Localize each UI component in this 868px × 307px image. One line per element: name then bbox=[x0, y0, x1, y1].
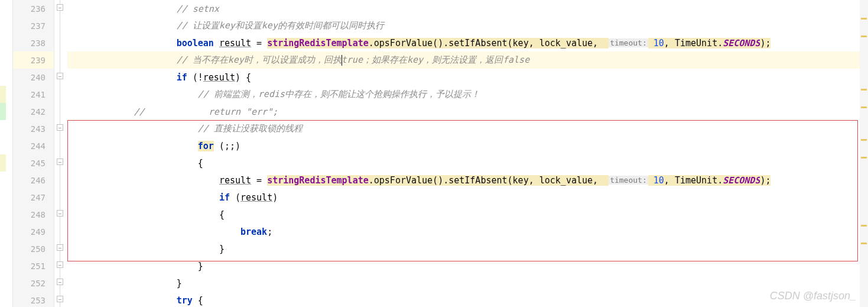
code-line: boolean result = stringRedisTemplate.ops… bbox=[67, 34, 868, 51]
code-line: // return "err"; bbox=[67, 103, 868, 120]
code-line: break; bbox=[67, 223, 868, 240]
code-line-current: // 当不存在key时，可以设置成功，回执true；如果存在key，则无法设置，… bbox=[67, 51, 868, 69]
warning-indicator[interactable] bbox=[861, 89, 867, 91]
warning-indicator[interactable] bbox=[861, 35, 867, 37]
line-number[interactable]: 249 bbox=[13, 223, 54, 240]
line-number[interactable]: 243 bbox=[13, 120, 54, 137]
line-number[interactable]: 246 bbox=[13, 172, 54, 189]
code-line: // 让设置key和设置key的有效时间都可以同时执行 bbox=[67, 17, 868, 34]
code-line: try { bbox=[67, 292, 868, 307]
code-line: { bbox=[67, 206, 868, 223]
line-number[interactable]: 250 bbox=[13, 240, 54, 257]
line-number[interactable]: 236 bbox=[13, 0, 54, 17]
fold-toggle-icon[interactable]: − bbox=[57, 73, 63, 79]
code-line: } bbox=[67, 257, 868, 274]
warning-indicator[interactable] bbox=[861, 106, 867, 108]
line-number[interactable]: 242 bbox=[13, 103, 54, 120]
line-number[interactable]: 253 bbox=[13, 292, 54, 307]
code-line: } bbox=[67, 274, 868, 292]
line-number[interactable]: 244 bbox=[13, 137, 54, 154]
warning-indicator[interactable] bbox=[861, 139, 867, 141]
fold-toggle-icon[interactable]: − bbox=[57, 244, 63, 251]
fold-toggle-icon[interactable]: − bbox=[57, 210, 63, 216]
line-number[interactable]: 247 bbox=[13, 189, 54, 206]
line-number[interactable]: 237 bbox=[13, 17, 54, 34]
error-stripe[interactable] bbox=[860, 0, 868, 307]
code-line: if (!result) { bbox=[67, 69, 868, 86]
code-line: // 直接让没获取锁的线程 bbox=[67, 120, 868, 137]
code-line: // 前端监测，redis中存在，则不能让这个抢购操作执行，予以提示！ bbox=[67, 86, 868, 103]
line-number[interactable]: 251 bbox=[13, 257, 54, 274]
fold-gutter[interactable]: − − − − − − − − − bbox=[54, 0, 67, 307]
line-number[interactable]: 238 bbox=[13, 34, 54, 51]
warning-indicator[interactable] bbox=[861, 225, 867, 227]
code-editor[interactable]: 236 237 238 239 240 241 242 243 244 245 … bbox=[0, 0, 868, 307]
line-number[interactable]: 252 bbox=[13, 274, 54, 292]
fold-toggle-icon[interactable]: − bbox=[57, 279, 63, 285]
code-line: { bbox=[67, 154, 868, 172]
code-content[interactable]: // setnx // 让设置key和设置key的有效时间都可以同时执行 boo… bbox=[67, 0, 868, 307]
line-number[interactable]: 240 bbox=[13, 69, 54, 86]
line-number-current[interactable]: 239 bbox=[13, 51, 54, 69]
warning-indicator[interactable] bbox=[861, 18, 867, 20]
code-line: if (result) bbox=[67, 189, 868, 206]
line-number[interactable]: 248 bbox=[13, 206, 54, 223]
fold-toggle-icon[interactable]: − bbox=[57, 296, 63, 302]
code-line: result = stringRedisTemplate.opsForValue… bbox=[67, 172, 868, 189]
fold-toggle-icon[interactable]: − bbox=[57, 261, 63, 268]
code-line: // setnx bbox=[67, 0, 868, 17]
line-number-gutter[interactable]: 236 237 238 239 240 241 242 243 244 245 … bbox=[13, 0, 54, 307]
warning-indicator[interactable] bbox=[861, 157, 867, 159]
line-number[interactable]: 241 bbox=[13, 86, 54, 103]
fold-toggle-icon[interactable]: − bbox=[57, 124, 63, 131]
left-margin bbox=[0, 0, 13, 307]
code-line: } bbox=[67, 240, 868, 257]
code-line: for (;;) bbox=[67, 137, 868, 154]
warning-indicator[interactable] bbox=[861, 243, 867, 244]
line-number[interactable]: 245 bbox=[13, 154, 54, 172]
watermark-text: CSDN @fastjson_ bbox=[770, 290, 856, 302]
fold-toggle-icon[interactable]: − bbox=[57, 4, 63, 11]
fold-toggle-icon[interactable]: − bbox=[57, 159, 63, 165]
